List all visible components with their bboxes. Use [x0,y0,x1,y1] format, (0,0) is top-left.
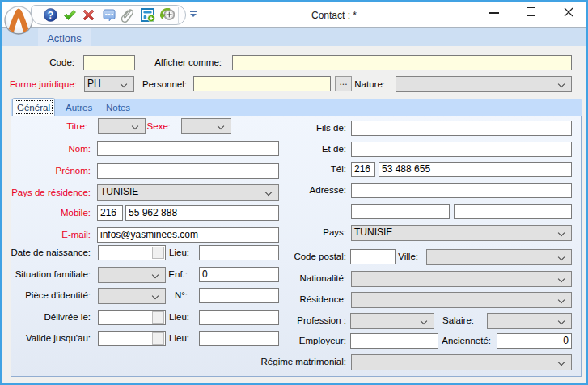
svg-text:?: ? [48,10,53,21]
